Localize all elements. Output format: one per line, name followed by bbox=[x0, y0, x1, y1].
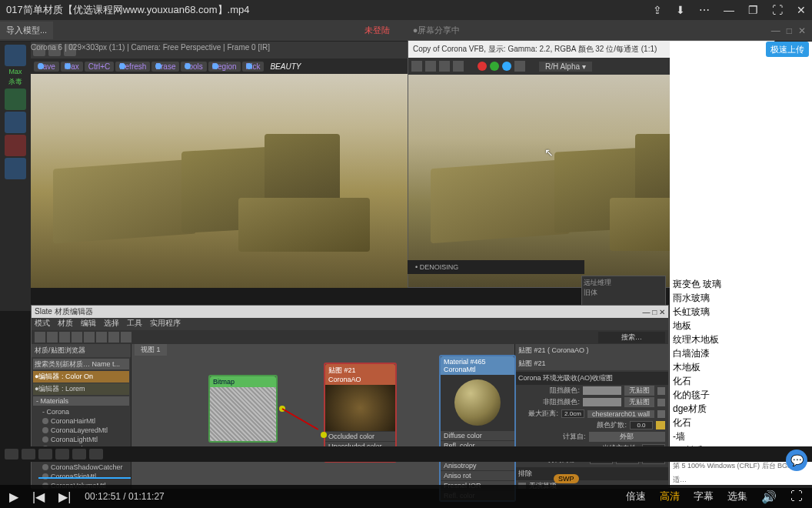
more-icon[interactable]: ⋯ bbox=[699, 4, 710, 16]
slate-min-icon[interactable]: — bbox=[642, 308, 650, 316]
task-icon[interactable] bbox=[38, 449, 52, 460]
refresh-button[interactable]: Refresh bbox=[115, 62, 150, 72]
material-item[interactable]: CoronaHairMtl bbox=[32, 416, 131, 426]
slate-close-icon[interactable]: ✕ bbox=[659, 308, 665, 316]
browser-row[interactable]: ●编辑器 : Lorem bbox=[33, 383, 129, 395]
checkbox[interactable] bbox=[657, 387, 665, 395]
task-icon[interactable] bbox=[89, 449, 103, 460]
volume-icon[interactable]: 🔊 bbox=[761, 490, 777, 504]
lock-icon[interactable] bbox=[656, 421, 665, 429]
hd-option[interactable]: 高清 bbox=[660, 490, 680, 503]
pass-selector[interactable]: R/H Alpha ▾ bbox=[539, 62, 592, 72]
inner-max-icon[interactable]: □ bbox=[787, 25, 792, 36]
tool-icon-2[interactable] bbox=[5, 135, 26, 156]
slate-max-icon[interactable]: □ bbox=[652, 308, 657, 316]
material-item[interactable]: CoronaLightMtl bbox=[32, 435, 131, 444]
checkbox[interactable] bbox=[657, 399, 665, 406]
browser-row[interactable]: ●编辑器 : Color On bbox=[33, 371, 129, 383]
save-button[interactable]: Save bbox=[34, 62, 59, 72]
task-icon[interactable] bbox=[72, 449, 86, 460]
slate-tb-icon[interactable] bbox=[47, 332, 58, 343]
checkbox[interactable] bbox=[657, 410, 665, 418]
login-status[interactable]: 未登陆 bbox=[364, 25, 390, 36]
start-icon[interactable] bbox=[5, 449, 18, 460]
node-port[interactable] bbox=[321, 432, 327, 438]
map-button[interactable]: chesterarch01 wall bbox=[587, 410, 654, 418]
import-tab[interactable]: 导入模型... bbox=[0, 22, 53, 39]
tool-icon-1[interactable] bbox=[5, 112, 26, 133]
share-icon[interactable]: ⇪ bbox=[653, 4, 662, 16]
node-slot[interactable]: Occluded color bbox=[325, 431, 395, 441]
spinner[interactable]: 0.0 bbox=[630, 421, 653, 429]
view-tab[interactable]: 视图 1 bbox=[135, 344, 167, 356]
material-item[interactable]: CoronaShadowCatcher bbox=[32, 463, 131, 472]
chat-bubble-icon[interactable]: 💬 bbox=[786, 450, 807, 471]
node-slot[interactable]: Aniso rot bbox=[441, 470, 514, 480]
app-icon[interactable] bbox=[5, 45, 26, 66]
play-button[interactable]: ▶ bbox=[9, 490, 18, 504]
subtitle-option[interactable]: 字幕 bbox=[694, 490, 714, 503]
menu-item[interactable]: 实用程序 bbox=[150, 318, 181, 330]
erase-button[interactable]: Erase bbox=[151, 62, 179, 72]
node-graph[interactable]: 视图 1 Bitmap 贴图 #21CoronaAO Occluded colo… bbox=[131, 344, 514, 489]
slate-tb-icon[interactable] bbox=[35, 332, 45, 343]
shield-icon[interactable] bbox=[5, 89, 26, 110]
fullscreen-icon[interactable]: ⛶ bbox=[790, 490, 803, 503]
slate-tb-icon[interactable] bbox=[72, 332, 82, 343]
slate-tb-icon[interactable] bbox=[96, 332, 107, 343]
menu-item[interactable]: 材质 bbox=[58, 318, 73, 330]
vfb-grid-icon[interactable] bbox=[514, 61, 525, 72]
dropdown[interactable]: 外部 bbox=[589, 432, 666, 442]
minimize-icon[interactable]: — bbox=[724, 4, 734, 16]
bitmap-node[interactable]: Bitmap bbox=[208, 375, 278, 443]
left-render-viewport[interactable] bbox=[31, 74, 408, 288]
slate-tb-icon[interactable] bbox=[108, 332, 119, 343]
node-slot[interactable]: Diffuse color bbox=[441, 430, 514, 440]
browser-search[interactable]: 搜索类别新材质… Name t... bbox=[33, 359, 129, 369]
menu-item[interactable]: 模式 bbox=[35, 318, 50, 330]
inner-close-icon[interactable]: ✕ bbox=[798, 25, 806, 36]
episode-option[interactable]: 选集 bbox=[727, 490, 747, 503]
stop-icon[interactable] bbox=[502, 62, 511, 71]
max-button[interactable]: Max bbox=[61, 62, 83, 72]
record-icon[interactable] bbox=[478, 62, 487, 71]
slate-tb-icon[interactable] bbox=[121, 332, 131, 343]
color-swatch[interactable] bbox=[583, 398, 621, 406]
next-button[interactable]: ▶| bbox=[58, 490, 71, 504]
slate-tb-icon[interactable] bbox=[59, 332, 70, 343]
exclude-section[interactable]: 排除 bbox=[515, 467, 668, 480]
download-icon[interactable]: ⬇ bbox=[676, 4, 685, 16]
vfb-tool-icon[interactable] bbox=[439, 61, 450, 72]
restore-icon[interactable]: ❐ bbox=[748, 4, 758, 16]
map-button[interactable]: 无贴图 bbox=[624, 397, 654, 407]
pick-button[interactable]: Pick bbox=[242, 62, 265, 72]
browser-sub[interactable]: - Corona bbox=[32, 407, 131, 416]
vfb-tool-icon[interactable] bbox=[453, 61, 464, 72]
close-icon[interactable]: ✕ bbox=[797, 4, 806, 16]
param-section[interactable]: Corona 环境光吸收(AO)收缩图 bbox=[515, 372, 668, 385]
play-icon[interactable] bbox=[490, 62, 499, 71]
map-button[interactable]: 无贴图 bbox=[624, 386, 654, 396]
speed-option[interactable]: 倍速 bbox=[626, 490, 646, 503]
slate-search[interactable]: 搜索… bbox=[598, 332, 665, 343]
tools-button[interactable]: Tools bbox=[181, 62, 206, 72]
upload-badge[interactable]: 极速上传 bbox=[766, 42, 809, 57]
slate-tb-icon[interactable] bbox=[84, 332, 95, 343]
task-icon[interactable] bbox=[22, 449, 35, 460]
browser-section[interactable]: - Materials bbox=[33, 396, 129, 406]
prev-button[interactable]: |◀ bbox=[32, 490, 45, 504]
menu-item[interactable]: 工具 bbox=[127, 318, 142, 330]
ctrlc-button[interactable]: Ctrl+C bbox=[85, 62, 115, 72]
material-item[interactable]: CoronaLayeredMtl bbox=[32, 426, 131, 435]
material-item[interactable]: CoronaSkinMtl bbox=[32, 472, 131, 481]
maximize-icon[interactable]: ⛶ bbox=[772, 4, 783, 16]
inner-min-icon[interactable]: — bbox=[771, 25, 780, 36]
color-swatch[interactable] bbox=[583, 386, 621, 395]
vfb-save-icon[interactable] bbox=[411, 61, 422, 72]
coronamtl-node[interactable]: Material #465CoronaMtl Diffuse color Ref… bbox=[439, 355, 516, 502]
slate-titlebar[interactable]: Slate 材质编辑器 — □ ✕ bbox=[32, 306, 668, 318]
menu-item[interactable]: 编辑 bbox=[81, 318, 96, 330]
task-icon[interactable] bbox=[55, 449, 69, 460]
vfb-copy-icon[interactable] bbox=[425, 61, 436, 72]
region-button[interactable]: Region bbox=[208, 62, 241, 72]
